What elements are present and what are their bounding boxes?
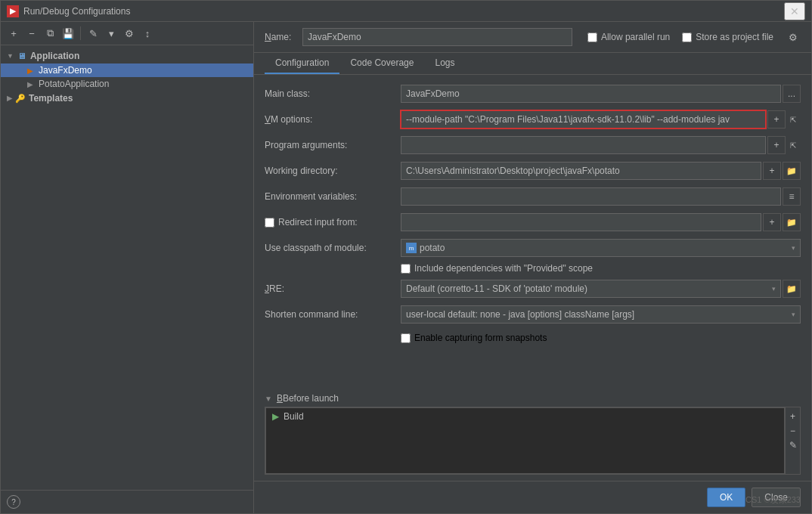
working-dir-label: Working directory: [265, 166, 401, 176]
before-launch-remove-button[interactable]: − [787, 425, 799, 437]
application-group-label: Application [30, 51, 79, 61]
store-project-checkbox[interactable] [682, 33, 692, 42]
snapshot-checkbox[interactable] [401, 333, 411, 343]
jre-value: Default (corretto-11 - SDK of 'potato' m… [406, 283, 587, 294]
sort-config-button[interactable]: ↕ [139, 25, 156, 42]
javafxdemo-run-icon: ▶ [25, 65, 36, 76]
right-panel: Name: Allow parallel run Store as projec… [254, 22, 811, 513]
working-dir-input[interactable] [401, 162, 761, 180]
ok-button[interactable]: OK [707, 488, 745, 507]
shorten-dropdown-arrow: ▾ [792, 311, 795, 318]
left-panel: + − ⧉ 💾 ✎ ▾ ⚙ ↕ ▼ 🖥 Application ▶ [1, 22, 254, 513]
vm-options-label: VM options: [265, 114, 401, 125]
watermark: CS1 ©发康233 [745, 494, 801, 506]
vm-options-expand-button[interactable]: ⇱ [786, 110, 801, 128]
add-config-button[interactable]: + [5, 25, 22, 42]
launch-sidebar: + − ✎ [785, 407, 800, 474]
jre-row: JRE: Default (corretto-11 - SDK of 'pota… [265, 276, 801, 302]
application-chevron: ▼ [7, 52, 14, 60]
env-vars-row: Environment variables: ≡ [265, 184, 801, 209]
shorten-value: user-local default: none - java [options… [406, 309, 634, 320]
tree-item-potatoapplication[interactable]: ▶ PotatoApplication [1, 77, 253, 91]
program-args-label: Program arguments: [265, 140, 401, 150]
tab-code-coverage[interactable]: Code Coverage [339, 53, 424, 74]
include-deps-label: Include dependencies with "Provided" sco… [414, 263, 593, 274]
module-value: potato [420, 243, 445, 253]
main-class-input[interactable] [401, 85, 781, 103]
tree-item-javafxdemo[interactable]: ▶ JavaFxDemo [1, 63, 253, 77]
tab-logs[interactable]: Logs [424, 53, 465, 74]
application-icon: 🖥 [17, 51, 27, 61]
redirect-folder-button[interactable]: 📁 [783, 213, 801, 231]
allow-parallel-checkbox[interactable] [587, 33, 597, 42]
name-input[interactable] [302, 28, 572, 46]
program-args-input[interactable] [401, 136, 766, 154]
name-options: Allow parallel run Store as project file… [587, 29, 801, 45]
tab-configuration[interactable]: Configuration [265, 53, 339, 74]
program-args-expand-button[interactable]: ⇱ [786, 136, 801, 154]
settings-config-button[interactable]: ⚙ [121, 25, 138, 42]
run-debug-dialog: ▶ Run/Debug Configurations ✕ + − ⧉ 💾 ✎ ▾… [0, 0, 812, 514]
redirect-checkbox[interactable] [265, 218, 274, 228]
redirect-input[interactable] [401, 213, 761, 231]
shorten-row: Shorten command line: user-local default… [265, 302, 801, 327]
allow-parallel-label: Allow parallel run [601, 32, 670, 42]
module-icon: m [406, 243, 417, 253]
form-area: Main class: ... VM options: + ⇱ Program … [254, 75, 811, 389]
main-class-label: Main class: [265, 88, 401, 99]
store-gear-button[interactable]: ⚙ [786, 29, 801, 45]
snapshot-label: Enable capturing form snapshots [414, 333, 547, 343]
save-config-button[interactable]: 💾 [60, 25, 76, 42]
redirect-label: Redirect input from: [265, 217, 401, 228]
tree-group-application[interactable]: ▼ 🖥 Application [1, 48, 253, 63]
templates-group-label: Templates [29, 93, 73, 104]
module-row: Use classpath of module: m potato ▾ [265, 235, 801, 261]
env-vars-list-button[interactable]: ≡ [783, 187, 801, 206]
javafxdemo-label: JavaFxDemo [39, 65, 92, 76]
build-label: Build [284, 411, 304, 422]
store-project-label: Store as project file [696, 32, 773, 42]
include-deps-checkbox[interactable] [401, 264, 411, 274]
module-label: Use classpath of module: [265, 243, 401, 253]
env-vars-input[interactable] [401, 187, 781, 206]
name-field-label: Name: [265, 32, 295, 42]
allow-parallel-row: Allow parallel run [587, 32, 670, 42]
shorten-label: Shorten command line: [265, 309, 401, 320]
jre-folder-button[interactable]: 📁 [783, 280, 801, 298]
working-dir-add-button[interactable]: + [763, 162, 781, 180]
main-class-browse-button[interactable]: ... [783, 85, 801, 103]
working-dir-folder-button[interactable]: 📁 [783, 162, 801, 180]
before-launch-add-button[interactable]: + [787, 410, 799, 423]
redirect-add-button[interactable]: + [763, 213, 781, 231]
launch-build-row: ▶ Build [266, 408, 784, 425]
help-button[interactable]: ? [7, 495, 20, 509]
before-launch-section: ▼ BBefore launch ▶ Build + − [254, 389, 811, 481]
working-dir-row: Working directory: + 📁 [265, 158, 801, 184]
before-launch-chevron: ▼ [265, 395, 272, 403]
before-launch-edit-button[interactable]: ✎ [787, 439, 799, 451]
shorten-select[interactable]: user-local default: none - java [options… [401, 305, 801, 324]
templates-chevron: ▶ [7, 94, 12, 102]
main-content: + − ⧉ 💾 ✎ ▾ ⚙ ↕ ▼ 🖥 Application ▶ [1, 22, 811, 513]
dialog-title: Run/Debug Configurations [23, 6, 130, 17]
vm-options-add-button[interactable]: + [767, 110, 786, 128]
edit-config-button[interactable]: ✎ [85, 25, 101, 42]
dropdown-config-button[interactable]: ▾ [103, 25, 119, 42]
before-launch-header: ▼ BBefore launch [265, 389, 801, 407]
vm-options-input[interactable] [401, 110, 766, 128]
jre-select[interactable]: Default (corretto-11 - SDK of 'potato' m… [401, 280, 781, 298]
close-window-button[interactable]: ✕ [784, 2, 805, 20]
main-class-row: Main class: ... [265, 81, 801, 107]
dialog-footer: OK Close [254, 481, 811, 513]
left-bottom-bar: ? [1, 490, 253, 513]
remove-config-button[interactable]: − [23, 25, 40, 42]
potatoapp-run-icon: ▶ [25, 79, 36, 89]
copy-config-button[interactable]: ⧉ [42, 25, 58, 42]
jre-dropdown-arrow: ▾ [772, 285, 776, 293]
build-icon: ▶ [272, 411, 279, 422]
module-select[interactable]: m potato ▾ [401, 239, 801, 257]
tree-group-templates[interactable]: ▶ 🔑 Templates [1, 91, 253, 106]
include-deps-row: Include dependencies with "Provided" sco… [265, 261, 801, 276]
vm-options-row: VM options: + ⇱ [265, 107, 801, 132]
program-args-add-button[interactable]: + [767, 136, 786, 154]
